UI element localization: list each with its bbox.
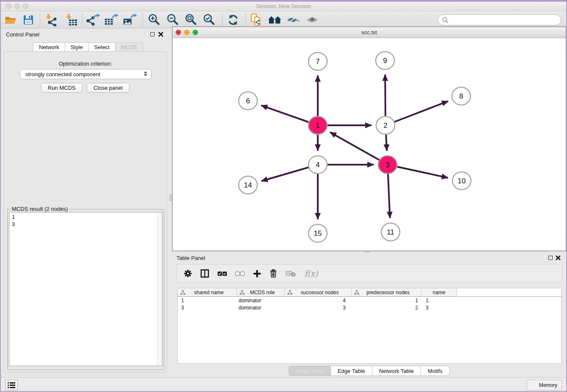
graph-node-label: 7 [316,58,319,66]
graph-edge-3-1[interactable] [330,132,388,165]
graph-node-label: 1 [316,121,319,130]
hierarchy-icon [180,290,185,295]
close-panel-button[interactable]: Close panel [87,83,129,93]
tab-motifs[interactable]: Motifs [421,366,450,376]
graph-node-4[interactable]: 4 [308,156,327,174]
export-network-button[interactable] [86,13,100,27]
tab-network[interactable]: Network [33,42,65,52]
control-panel-header: Control Panel [1,28,170,41]
import-table-button[interactable] [64,13,78,27]
control-panel-float-button[interactable] [150,32,154,36]
refresh-icon [227,14,239,26]
graph-node-7[interactable]: 7 [308,52,327,70]
zoom-out-button[interactable] [165,13,180,27]
run-mcds-button[interactable]: Run MCDS [41,83,83,93]
result-line: 3 [12,221,160,228]
graph-node-3[interactable]: 3 [378,156,397,174]
table-panel-close-button[interactable] [555,255,561,261]
zoom-in-button[interactable] [147,13,161,27]
graph-node-6[interactable]: 6 [239,92,257,110]
tab-mcds[interactable]: MCDS [116,42,143,52]
toolbar-separator [222,14,223,26]
delete-column-button[interactable] [270,269,277,278]
import-table-icon [64,14,78,26]
mcds-result-box: MCDS result (2 nodes) 1 3 [7,209,164,370]
show-hidden-button[interactable] [305,13,319,27]
add-column-button[interactable] [253,270,261,278]
table-settings-button[interactable] [184,269,192,278]
deselect-all-button[interactable] [235,271,245,276]
save-session-button[interactable] [21,13,36,27]
first-neighbors-button[interactable] [268,13,282,27]
graph-node-8[interactable]: 8 [452,87,471,105]
graph-node-15[interactable]: 15 [308,224,327,242]
import-network-button[interactable] [44,13,58,27]
task-history-button[interactable] [5,380,18,390]
node-table-header: shared name MCDS role successor nodes pr… [178,288,561,297]
export-table-button[interactable] [104,13,118,27]
search-box [438,14,561,25]
delete-table-button[interactable] [286,270,296,277]
export-image-button[interactable] [123,13,137,27]
app-window: Session: New Session [0,0,567,392]
function-builder-button[interactable]: f(x) [304,269,318,278]
graph-node-1[interactable]: 1 [308,116,327,134]
column-header-successor-nodes[interactable]: successor nodes [285,288,352,296]
graph-node-9[interactable]: 9 [376,52,394,69]
zoom-selected-button[interactable] [202,13,216,27]
zoom-fit-button[interactable] [184,13,198,27]
save-icon [23,15,33,25]
table-panel-float-button[interactable] [548,256,553,260]
vertical-splitter-handle[interactable] [169,194,172,201]
control-panel-title: Control Panel [6,31,39,38]
edge-layer [261,75,448,219]
tab-select[interactable]: Select [89,42,116,52]
column-header-shared-name[interactable]: shared name [178,288,237,296]
table-tabs: Node Table Edge Table Network Table Moti… [172,366,566,376]
table-row[interactable]: 1 dominator 4 1 1 [178,297,561,304]
graph-node-label: 14 [244,181,252,189]
open-file-button[interactable] [3,13,18,27]
memory-button[interactable]: Memory [527,380,562,390]
gear-icon [184,269,192,278]
search-input[interactable] [451,17,556,23]
control-panel-close-button[interactable] [158,31,164,37]
graph-node-label: 15 [314,229,322,237]
export-image-icon [123,14,137,26]
tab-edge-table[interactable]: Edge Table [331,366,372,376]
column-header-predecessor-nodes[interactable]: predecessor nodes [352,288,421,296]
graph-edge-2-8[interactable] [385,101,448,125]
result-scrollbar[interactable] [157,213,162,366]
graph-node-11[interactable]: 11 [381,223,400,241]
control-panel-tabs: Network Style Select MCDS [33,42,143,52]
graph-node-10[interactable]: 10 [452,172,471,190]
toolbar-separator [245,14,246,26]
graph-node-2[interactable]: 2 [376,116,395,134]
tab-node-table[interactable]: Node Table [289,366,331,376]
table-panel-title: Table Panel [176,255,205,261]
tab-network-table[interactable]: Network Table [372,366,421,376]
hide-selected-button[interactable] [286,13,300,27]
table-row[interactable]: 3 dominator 3 2 3 [178,304,561,311]
open-folder-icon [5,15,17,25]
criterion-select[interactable]: strongly connected component [20,69,151,79]
network-window-titlebar[interactable]: ✕ − + scc.txt [173,27,566,38]
column-header-mcds-role[interactable]: MCDS role [237,288,285,296]
export-network-icon [86,14,100,26]
toolbar-separator [82,14,83,26]
mcds-result-text[interactable]: 1 3 [9,212,162,366]
export-table-icon [104,14,118,26]
network-graph[interactable]: 7968124314101511 [173,38,566,251]
refresh-view-button[interactable] [226,13,240,27]
select-all-button[interactable] [217,271,227,276]
column-header-name[interactable]: name [421,288,457,296]
show-columns-button[interactable] [201,269,209,278]
trash-icon [270,269,277,278]
graph-node-label: 11 [387,228,394,236]
tab-style[interactable]: Style [65,42,89,52]
graph-node-14[interactable]: 14 [239,176,257,194]
clone-network-button[interactable] [250,13,264,27]
eye-slash-icon [286,15,300,25]
memory-label: Memory [539,382,557,388]
clone-network-icon [250,13,263,27]
